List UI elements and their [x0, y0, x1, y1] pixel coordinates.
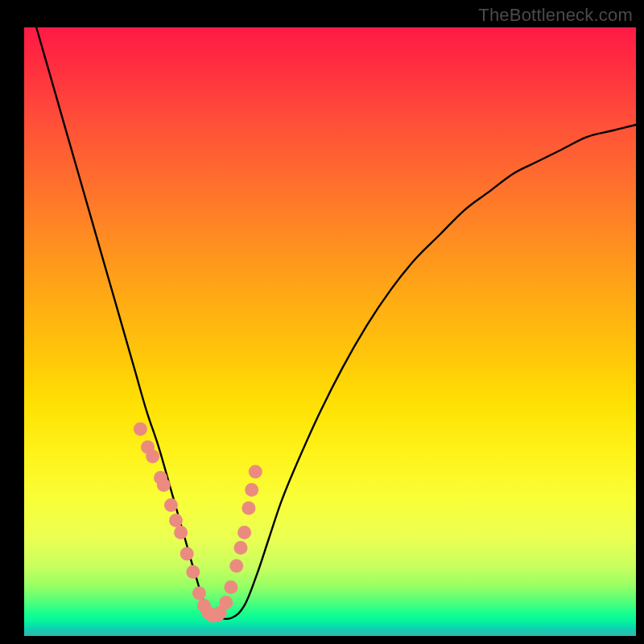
chart-stage: TheBottleneck.com [0, 0, 644, 644]
watermark-text: TheBottleneck.com [478, 5, 633, 26]
gradient-background [24, 27, 636, 636]
